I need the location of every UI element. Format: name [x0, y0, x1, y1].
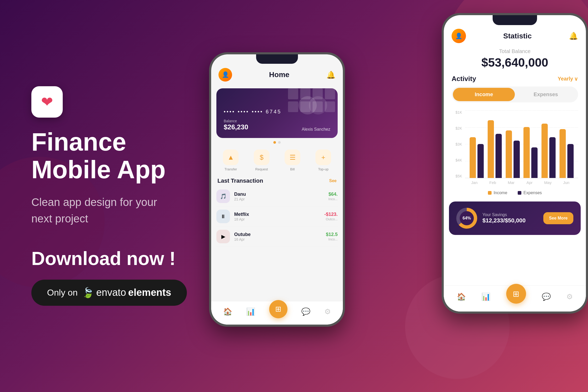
card-dot-active [273, 141, 276, 144]
stat-nav-home-icon[interactable]: 🏠 [457, 292, 466, 301]
metflix-name: Metflix [234, 212, 320, 217]
may-income-bar [541, 124, 548, 178]
nav-settings-icon[interactable]: ⚙ [324, 307, 331, 316]
savings-card: 64% Your Savings $12,233/$50,000 See Mor… [449, 201, 581, 235]
transaction-danu: 🎵 Danu 21 Apr $64. Inco... [216, 186, 338, 206]
bill-icon: ☰ [285, 149, 300, 165]
metflix-date: 18 Apr [234, 217, 320, 221]
transfer-icon: ▲ [223, 149, 239, 165]
stat-bottom-nav: 🏠 📊 ⊞ 💬 ⚙ [444, 285, 586, 312]
see-all-link[interactable]: See [329, 178, 337, 183]
apr-expense-bar [531, 147, 538, 178]
y-label-3k: $3K [452, 142, 462, 146]
transaction-outube: ▶ Outube 16 Apr $12.5 Inco... [216, 227, 338, 247]
stat-nav-settings-icon[interactable]: ⚙ [566, 292, 573, 301]
home-avatar: 👤 [218, 68, 232, 82]
envato-badge[interactable]: Only on 🍃 envatoelements [31, 280, 187, 306]
savings-info: Your Savings $12,233/$50,000 [482, 212, 538, 224]
nav-chat-icon[interactable]: 💬 [301, 307, 310, 316]
x-label-feb: Feb [483, 180, 502, 185]
outube-amount: $12.5 [326, 232, 338, 237]
bill-label: Bill [290, 167, 295, 171]
app-title-line2: Mobile App [31, 156, 193, 183]
nav-home-icon[interactable]: 🏠 [223, 307, 232, 316]
metflix-type: Outco... [324, 217, 338, 221]
stat-fab-button[interactable]: ⊞ [506, 284, 526, 304]
chart-bars-area [465, 110, 578, 178]
left-panel: ❤ Finance Mobile App Clean app design fo… [21, 0, 204, 392]
mar-income-bar [506, 130, 512, 178]
transfer-label: Transfer [224, 167, 237, 171]
feb-income-bar [488, 120, 494, 178]
side-button-left-1 [209, 107, 210, 122]
expenses-tab[interactable]: Expenses [515, 88, 577, 101]
credit-card: •••• •••• •••• 6745 Balance $26,230 Alex… [216, 88, 338, 138]
metflix-info: Metflix 18 Apr [234, 212, 320, 221]
subtitle-line1: Clean app design for your [31, 194, 193, 210]
transaction-list: 🎵 Danu 21 Apr $64. Inco... ⏸ Metflix [211, 186, 343, 247]
app-title-line1: Finance [31, 128, 193, 156]
income-tab[interactable]: Income [453, 88, 515, 101]
bar-group-jan [470, 137, 484, 178]
home-title: Home [269, 71, 290, 79]
chevron-down-icon: ∨ [574, 76, 578, 82]
action-topup[interactable]: + Top-up [315, 149, 331, 171]
savings-label: Your Savings [482, 212, 538, 217]
expense-legend-dot [518, 191, 521, 195]
action-request[interactable]: $ Request [254, 149, 269, 171]
danu-amount: $64. [328, 192, 338, 197]
side-button-right [344, 117, 345, 148]
x-label-may: May [539, 180, 557, 185]
danu-type: Inco... [328, 197, 338, 201]
y-label-2k: $2K [452, 126, 462, 130]
stat-nav-chat-icon[interactable]: 💬 [542, 292, 551, 301]
outube-type: Inco... [326, 237, 338, 241]
phone-statistic: 👤 Statistic 🔔 Total Balance $53,640,000 … [442, 13, 588, 314]
bar-group-mar [506, 130, 520, 178]
action-transfer[interactable]: ▲ Transfer [223, 149, 239, 171]
y-label-4k: $4K [452, 158, 462, 162]
danu-name: Danu [234, 192, 324, 197]
jun-expense-bar [567, 144, 574, 178]
chart-x-axis: Jan Feb Mar Apr May Jun [452, 178, 578, 185]
nav-stats-icon[interactable]: 📊 [246, 307, 255, 316]
may-expense-bar [549, 137, 556, 178]
transaction-section-title: Last Transaction [217, 177, 263, 184]
action-bill[interactable]: ☰ Bill [285, 149, 300, 171]
yearly-filter-btn[interactable]: Yearly ∨ [558, 76, 578, 82]
envato-leaf-icon: 🍃 [82, 287, 94, 298]
app-title: Finance Mobile App [31, 128, 193, 183]
home-bell-icon[interactable]: 🔔 [326, 71, 336, 79]
topup-label: Top-up [318, 167, 328, 171]
card-holder-name: Alexis Sanchez [302, 127, 330, 132]
topup-icon: + [315, 149, 331, 165]
danu-date: 21 Apr [234, 197, 324, 201]
metflix-amount: -$123. [324, 212, 338, 217]
stat-title: Statistic [503, 32, 532, 40]
phone-home: 👤 Home 🔔 [209, 52, 345, 327]
card-indicators [211, 141, 343, 144]
request-label: Request [255, 167, 268, 171]
bar-group-jun [560, 129, 574, 178]
fab-button[interactable]: ⊞ [269, 300, 287, 318]
see-more-button[interactable]: See More [543, 212, 573, 224]
transaction-section-header: Last Transaction See [211, 175, 343, 186]
income-legend-dot [488, 191, 492, 195]
side-button-left-2 [209, 128, 210, 151]
stat-bell-icon[interactable]: 🔔 [569, 32, 578, 40]
savings-percentage: 64% [463, 216, 471, 221]
bar-group-may [541, 124, 556, 178]
jan-expense-bar [477, 144, 484, 178]
quick-actions: ▲ Transfer $ Request ☰ Bill + Top-up [211, 147, 343, 175]
x-label-jan: Jan [465, 180, 483, 185]
danu-amount-wrap: $64. Inco... [328, 192, 338, 201]
envato-name: envato [96, 287, 126, 298]
stat-nav-stats-icon[interactable]: 📊 [481, 292, 491, 301]
income-legend: Income [488, 191, 507, 195]
metflix-amount-wrap: -$123. Outco... [324, 212, 338, 221]
envato-only-label: Only on [47, 287, 78, 298]
y-label-5k: $5K [452, 174, 462, 178]
outube-amount-wrap: $12.5 Inco... [326, 232, 338, 241]
danu-avatar: 🎵 [216, 189, 230, 203]
bar-group-apr [523, 127, 538, 178]
